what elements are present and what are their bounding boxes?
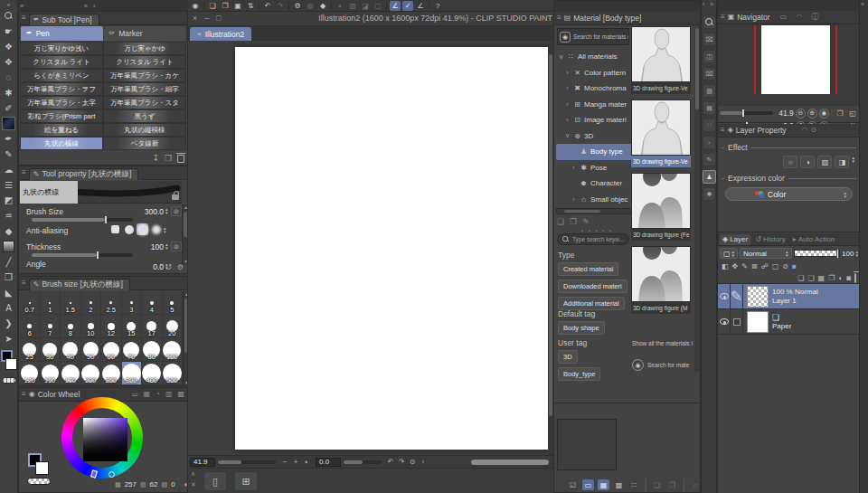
csp-logo[interactable]: ◉ — [190, 1, 201, 11]
tab3-icon[interactable]: ⊙ — [811, 127, 817, 134]
brush-size-cell[interactable]: 0.7 — [20, 291, 41, 315]
navigator-header[interactable]: ≡ ▣ Navigator ▭◠ⓘ — [718, 11, 860, 24]
nav-fit-window-icon[interactable]: ◱ — [847, 109, 858, 118]
duplicate-subtool-icon[interactable]: ❐ — [165, 154, 172, 163]
expand-icon[interactable]: › — [571, 165, 577, 171]
effect-icon[interactable]: ▨ — [817, 156, 832, 168]
text-tool[interactable]: A — [1, 300, 16, 316]
brush-size-cell[interactable]: 70 — [122, 338, 143, 362]
opacity-stepper[interactable]: ▴▾ — [855, 250, 858, 257]
eraser-tool[interactable]: ◩ — [1, 193, 16, 208]
brush-size-cell[interactable]: 250 — [101, 362, 122, 385]
brush-size-header[interactable]: ≡ ✎ Brush size [丸状の横線] — [19, 277, 187, 290]
tab-auto-action[interactable]: ▸Auto Action — [790, 234, 838, 245]
aa-strong-option[interactable] — [150, 223, 162, 235]
open-file[interactable]: ❐ — [220, 1, 231, 11]
selection-tool[interactable]: ◌ — [1, 70, 16, 85]
list-view-icon[interactable]: ▭ — [582, 479, 594, 490]
aa-none-option[interactable] — [109, 223, 121, 235]
zoom-in-icon[interactable]: + — [290, 458, 301, 466]
lock-icon-0[interactable]: ◧ — [722, 262, 729, 270]
opacity-value[interactable]: 100 — [842, 250, 854, 258]
navigator-tab-icon[interactable]: ⓘ — [811, 14, 818, 21]
rotate-right-icon[interactable]: ↷ — [396, 458, 407, 466]
material-tree-item-image-materi[interactable]: ›⊡Image materi — [556, 112, 632, 128]
brush-item[interactable]: 万年筆風ブラシ・カケ — [103, 69, 186, 82]
panel-menu-icon[interactable]: ≡ — [22, 14, 26, 22]
brush-size-cell[interactable]: 50 — [81, 338, 102, 362]
flow-tool[interactable]: ◣ — [1, 285, 16, 300]
edit-cell[interactable] — [731, 309, 743, 334]
thickness-slider[interactable] — [32, 253, 133, 257]
material-tree-item-3d[interactable]: ∨⊕3D — [556, 128, 632, 145]
layer-op-icon-3[interactable]: ❐ — [828, 274, 835, 282]
rotation-field[interactable]: 0.0 — [316, 458, 341, 467]
collapse-right-icon[interactable]: » — [861, 1, 864, 7]
user-tag-button[interactable]: 3D — [558, 350, 578, 364]
brush-size-cell[interactable]: 3 — [122, 291, 143, 315]
snap-special-ruler[interactable]: ✓ — [402, 1, 413, 11]
duplicate-folder-icon[interactable]: ❐ — [570, 217, 577, 226]
brush-size-cell[interactable]: 2 — [81, 291, 102, 315]
brush-size-cell[interactable]: 20 — [163, 315, 184, 338]
material-item[interactable]: 3D drawing figure (M — [631, 246, 694, 314]
effect-icon[interactable]: ◑ — [800, 156, 815, 168]
visibility-cell[interactable] — [718, 309, 731, 334]
reset-settings-icon[interactable]: ↺ — [165, 263, 172, 271]
balloon-tool[interactable]: ❯ — [1, 316, 16, 331]
background-color-swatch[interactable] — [35, 461, 49, 475]
selection-frame[interactable]: ▫ — [335, 1, 345, 11]
canvas-document[interactable] — [235, 47, 550, 450]
folder-3d-body-type[interactable]: ♟ — [703, 170, 716, 184]
active-tool-swatch[interactable] — [2, 117, 15, 130]
layer-palette-combo[interactable]: ▢▴▾ — [720, 248, 738, 259]
nav-zoom-in-icon[interactable]: ⊕ — [807, 109, 817, 119]
brush-item[interactable]: クリスタル ライト — [103, 55, 186, 69]
brush-item[interactable]: らくがきミリペン — [20, 69, 103, 82]
nav-zoom-out-icon[interactable]: ⊖ — [796, 109, 806, 119]
brush-item[interactable]: 丸状の横線 — [20, 137, 103, 150]
airbrush-tool[interactable]: ☁ — [1, 162, 16, 177]
help[interactable]: ? — [432, 1, 443, 11]
close-document-icon[interactable]: × — [197, 30, 202, 38]
background-color[interactable] — [5, 358, 17, 370]
type-button[interactable]: Additional material — [558, 297, 625, 310]
operation-tool[interactable]: ➤ — [1, 331, 16, 346]
layer-op-icon-0[interactable]: ❏ — [797, 274, 804, 282]
zoom-reset-icon[interactable]: ▪ — [301, 458, 312, 466]
tab-layer[interactable]: ◈Layer — [720, 234, 750, 245]
expand-strip-icon[interactable]: ∧ — [191, 470, 195, 478]
color-set-pill[interactable] — [2, 377, 16, 384]
collapse-left-icon[interactable]: « — [20, 2, 24, 10]
layer-property-header[interactable]: ≡ ◈ Layer Property ◠ ⊙ — [718, 124, 860, 137]
effect-icon[interactable]: ○ — [783, 156, 797, 168]
mesh-transform[interactable]: ◪ — [360, 1, 371, 11]
brush-size-cell[interactable]: 10 — [81, 315, 102, 338]
type-search-input[interactable]: Type search keyw... — [557, 233, 629, 245]
scale-transform[interactable]: ▧ — [347, 1, 358, 11]
move-layer-tool[interactable]: ✥ — [1, 54, 16, 70]
redo[interactable]: ↷ — [275, 1, 286, 11]
material-tree-item-manga-mater[interactable]: ›⊞Manga mater — [556, 97, 632, 113]
paste-copy-icon[interactable]: ❐ — [666, 479, 678, 490]
tab-pen[interactable]: ✒ Pen — [21, 26, 103, 41]
folder-gradient[interactable]: ◫ — [703, 50, 716, 63]
detail-view-icon[interactable]: ∷ — [628, 479, 640, 490]
show-reference-button[interactable]: ⊞ — [234, 471, 258, 491]
zoom-slider[interactable] — [218, 460, 276, 464]
color-tab-icon[interactable]: ▩ — [177, 391, 184, 398]
brush-size-cell[interactable]: 4 — [142, 291, 163, 315]
thickness-value[interactable]: 100 — [126, 242, 164, 251]
show-all-materials-link[interactable]: Show all the materials i — [632, 340, 697, 346]
material-item[interactable]: 3D drawing figure-Ve — [631, 26, 694, 94]
lock-icon-1[interactable]: ✥ — [732, 262, 739, 270]
tool-property-scrollbar[interactable]: ▲▼ — [182, 204, 188, 264]
folder-tone[interactable]: ▨ — [703, 84, 716, 98]
brush-size-cell[interactable]: 12 — [101, 315, 122, 338]
brush-item[interactable]: 彩粒ブラシ(Prism part — [20, 109, 103, 123]
collapse-left2-icon[interactable]: « — [83, 2, 87, 10]
material-header[interactable]: ≡ ▤ Material [Body type] — [554, 12, 700, 25]
snap-ruler[interactable]: ∠ — [390, 1, 401, 11]
material-item[interactable]: 3D drawing figure-Ve — [631, 100, 694, 167]
select-check-icon[interactable]: ☑ — [567, 479, 579, 490]
